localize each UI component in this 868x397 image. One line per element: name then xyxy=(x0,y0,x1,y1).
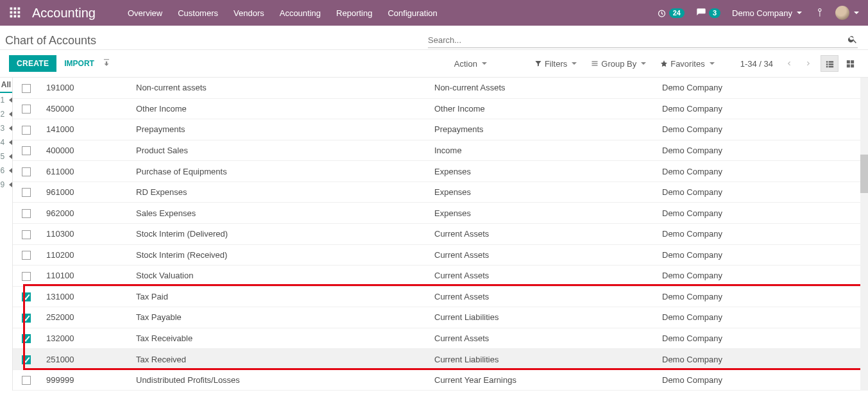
groupby-dropdown[interactable]: Group By xyxy=(591,59,646,69)
favorites-dropdown[interactable]: Favorites xyxy=(660,59,714,69)
table-row[interactable]: 132000 Tax Receivable Current Assets Dem… xyxy=(13,328,868,349)
filters-dropdown[interactable]: Filters xyxy=(534,59,577,69)
menu-accounting[interactable]: Accounting xyxy=(280,8,321,18)
row-checkbox[interactable] xyxy=(22,292,31,301)
cell-name: Stock Valuation xyxy=(130,266,428,287)
chevron-left-icon xyxy=(786,60,792,67)
row-checkbox[interactable] xyxy=(22,230,31,239)
user-menu[interactable] xyxy=(835,6,859,20)
row-checkbox[interactable] xyxy=(22,167,31,176)
alpha-filter-2[interactable]: 2 xyxy=(0,107,12,121)
discuss-indicator[interactable]: 3 xyxy=(696,8,720,18)
cell-company: Demo Company xyxy=(656,119,868,140)
breadcrumb: Chart of Accounts xyxy=(5,34,96,47)
company-switcher[interactable]: Demo Company xyxy=(732,8,802,18)
search-input[interactable] xyxy=(428,35,847,45)
table-row[interactable]: 251000 Tax Received Current Liabilities … xyxy=(13,349,868,370)
cell-company: Demo Company xyxy=(656,244,868,266)
table-row[interactable]: 400000 Product Sales Income Demo Company xyxy=(13,140,868,161)
cell-type: Prepayments xyxy=(428,119,656,140)
cell-code: 961000 xyxy=(40,182,130,203)
row-checkbox[interactable] xyxy=(22,355,31,364)
menu-vendors[interactable]: Vendors xyxy=(234,8,264,18)
scrollbar-track[interactable] xyxy=(860,78,868,391)
import-button[interactable]: IMPORT xyxy=(64,59,94,68)
table-row[interactable]: 110100 Stock Valuation Current Assets De… xyxy=(13,266,868,287)
cell-type: Current Year Earnings xyxy=(428,369,656,391)
table-row[interactable]: 141000 Prepayments Prepayments Demo Comp… xyxy=(13,119,868,140)
caret-down-icon xyxy=(572,62,577,65)
alpha-filter-1[interactable]: 1 xyxy=(0,93,12,107)
chevron-left-icon xyxy=(9,168,12,173)
cell-code: 131000 xyxy=(40,286,130,307)
scrollbar-thumb[interactable] xyxy=(860,155,868,193)
row-checkbox[interactable] xyxy=(22,209,31,218)
export-icon[interactable] xyxy=(102,58,111,69)
table-row[interactable]: 961000 RD Expenses Expenses Demo Company xyxy=(13,182,868,203)
alpha-filter-5[interactable]: 5 xyxy=(0,149,12,164)
row-checkbox[interactable] xyxy=(22,146,31,155)
table-row[interactable]: 252000 Tax Payable Current Liabilities D… xyxy=(13,307,868,328)
caret-down-icon xyxy=(854,12,859,14)
svg-rect-6 xyxy=(10,15,13,17)
alpha-filter-all[interactable]: All xyxy=(0,78,12,93)
alpha-filter-4[interactable]: 4 xyxy=(0,135,12,149)
menu-reporting[interactable]: Reporting xyxy=(336,8,372,18)
menu-configuration[interactable]: Configuration xyxy=(387,8,437,18)
chevron-left-icon xyxy=(9,140,12,145)
debug-icon[interactable] xyxy=(813,7,824,19)
search-icon[interactable] xyxy=(847,34,858,46)
chevron-left-icon xyxy=(9,97,12,103)
table-row[interactable]: 110300 Stock Interim (Delivered) Current… xyxy=(13,223,868,244)
cell-type: Current Assets xyxy=(428,244,656,266)
pager-next[interactable] xyxy=(801,56,815,71)
table-row[interactable]: 110200 Stock Interim (Received) Current … xyxy=(13,244,868,266)
alpha-filter-6[interactable]: 6 xyxy=(0,164,12,178)
row-checkbox[interactable] xyxy=(22,84,31,93)
table-row[interactable]: 131000 Tax Paid Current Assets Demo Comp… xyxy=(13,286,868,307)
filters-label: Filters xyxy=(545,59,567,69)
timer-indicator[interactable]: 24 xyxy=(657,8,685,18)
row-checkbox[interactable] xyxy=(22,376,31,385)
app-brand[interactable]: Accounting xyxy=(32,6,96,21)
chevron-right-icon xyxy=(805,60,812,67)
cell-name: Stock Interim (Received) xyxy=(130,244,428,266)
alpha-filter-3[interactable]: 3 xyxy=(0,121,12,135)
create-button[interactable]: CREATE xyxy=(9,55,56,72)
cell-type: Current Assets xyxy=(428,286,656,307)
cell-type: Current Assets xyxy=(428,328,656,349)
list-view-icon xyxy=(825,59,835,69)
row-checkbox[interactable] xyxy=(22,272,31,281)
company-name: Demo Company xyxy=(732,8,792,18)
main-menu: Overview Customers Vendors Accounting Re… xyxy=(128,8,438,18)
apps-icon[interactable] xyxy=(9,6,21,20)
groupby-label: Group By xyxy=(601,59,636,69)
cell-name: Prepayments xyxy=(130,119,428,140)
caret-down-icon xyxy=(482,62,487,65)
table-row[interactable]: 999999 Undistributed Profits/Losses Curr… xyxy=(13,369,868,391)
table-row[interactable]: 962000 Sales Expenses Expenses Demo Comp… xyxy=(13,203,868,224)
row-checkbox[interactable] xyxy=(22,251,31,260)
cell-name: Stock Interim (Delivered) xyxy=(130,223,428,244)
cell-name: Non-current assets xyxy=(130,78,428,98)
table-row[interactable]: 450000 Other Income Other Income Demo Co… xyxy=(13,98,868,119)
view-list[interactable] xyxy=(821,55,838,72)
menu-customers[interactable]: Customers xyxy=(178,8,218,18)
view-switcher xyxy=(821,55,859,72)
action-dropdown[interactable]: Action xyxy=(454,59,487,69)
body: All1 2 3 4 5 6 9 191000 Non-current asse… xyxy=(0,78,868,391)
list-icon xyxy=(591,60,599,67)
cell-type: Current Assets xyxy=(428,266,656,287)
row-checkbox[interactable] xyxy=(22,188,31,197)
row-checkbox[interactable] xyxy=(22,314,31,323)
discuss-badge: 3 xyxy=(709,8,720,18)
menu-overview[interactable]: Overview xyxy=(128,8,162,18)
row-checkbox[interactable] xyxy=(22,126,31,135)
table-row[interactable]: 191000 Non-current assets Non-current As… xyxy=(13,78,868,98)
alpha-filter-9[interactable]: 9 xyxy=(0,178,12,192)
table-row[interactable]: 611000 Purchase of Equipments Expenses D… xyxy=(13,161,868,182)
row-checkbox[interactable] xyxy=(22,105,31,114)
view-kanban[interactable] xyxy=(841,55,859,72)
row-checkbox[interactable] xyxy=(22,334,31,343)
pager-prev[interactable] xyxy=(782,56,796,71)
